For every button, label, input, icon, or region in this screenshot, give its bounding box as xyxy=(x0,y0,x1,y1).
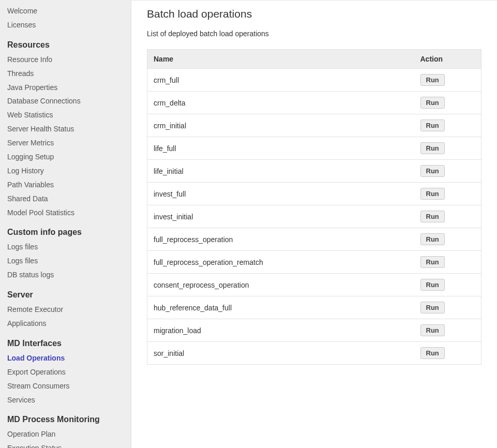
run-button[interactable]: Run xyxy=(420,233,445,245)
operation-action-cell: Run xyxy=(414,274,481,296)
sidebar-item[interactable]: Log History xyxy=(0,164,131,178)
operation-action-cell: Run xyxy=(414,160,481,183)
sidebar-heading: MD Interfaces xyxy=(0,331,131,351)
operation-name: sor_initial xyxy=(147,342,414,365)
sidebar-item[interactable]: Logging Setup xyxy=(0,150,131,164)
sidebar-heading: Resources xyxy=(0,32,131,53)
sidebar-item[interactable]: Shared Data xyxy=(0,192,131,206)
table-row: life_fullRun xyxy=(147,137,481,160)
operation-action-cell: Run xyxy=(414,205,481,228)
run-button[interactable]: Run xyxy=(420,165,445,177)
operation-name: invest_initial xyxy=(147,205,414,228)
column-header-name: Name xyxy=(147,50,414,69)
operation-action-cell: Run xyxy=(414,137,481,160)
operation-action-cell: Run xyxy=(414,92,481,114)
sidebar-item[interactable]: Java Properties xyxy=(0,81,131,95)
operation-name: full_reprocess_operation_rematch xyxy=(147,251,414,274)
operation-name: hub_reference_data_full xyxy=(147,296,414,319)
operation-name: migration_load xyxy=(147,319,414,342)
table-row: invest_initialRun xyxy=(147,205,481,228)
sidebar-item[interactable]: DB status logs xyxy=(0,268,131,282)
sidebar-heading: MD Process Monitoring xyxy=(0,407,131,427)
sidebar-item[interactable]: Web Statistics xyxy=(0,108,131,122)
sidebar-item[interactable]: Remote Executor xyxy=(0,303,131,317)
run-button[interactable]: Run xyxy=(420,211,445,222)
run-button[interactable]: Run xyxy=(420,279,445,291)
sidebar: WelcomeLicensesResourcesResource InfoThr… xyxy=(0,0,131,448)
table-row: crm_initialRun xyxy=(147,114,481,137)
sidebar-item[interactable]: Logs files xyxy=(0,240,131,254)
table-row: invest_fullRun xyxy=(147,183,481,205)
sidebar-item[interactable]: Stream Consumers xyxy=(0,379,131,393)
table-row: consent_reprocess_operationRun xyxy=(147,274,481,296)
page-subtitle: List of deployed batch load operations xyxy=(147,29,481,38)
operation-action-cell: Run xyxy=(414,114,481,137)
table-row: hub_reference_data_fullRun xyxy=(147,296,481,319)
run-button[interactable]: Run xyxy=(420,302,445,313)
operation-action-cell: Run xyxy=(414,251,481,274)
sidebar-heading: Custom info pages xyxy=(0,219,131,240)
sidebar-item[interactable]: Database Connections xyxy=(0,94,131,108)
run-button[interactable]: Run xyxy=(420,256,445,268)
operation-action-cell: Run xyxy=(414,296,481,319)
sidebar-item[interactable]: Load Operations xyxy=(0,351,131,365)
sidebar-item[interactable]: Threads xyxy=(0,67,131,81)
run-button[interactable]: Run xyxy=(420,188,445,200)
table-row: full_reprocess_operationRun xyxy=(147,228,481,251)
sidebar-item[interactable]: Model Pool Statistics xyxy=(0,206,131,220)
sidebar-item[interactable]: Logs files xyxy=(0,254,131,268)
sidebar-item[interactable]: Path Variables xyxy=(0,178,131,192)
operation-action-cell: Run xyxy=(414,228,481,251)
run-button[interactable]: Run xyxy=(420,324,445,336)
sidebar-item[interactable]: Server Metrics xyxy=(0,136,131,150)
run-button[interactable]: Run xyxy=(420,97,445,109)
operation-action-cell: Run xyxy=(414,183,481,205)
sidebar-heading: Server xyxy=(0,282,131,303)
table-row: crm_fullRun xyxy=(147,69,481,92)
operation-name: crm_initial xyxy=(147,114,414,137)
operation-name: crm_full xyxy=(147,69,414,92)
operation-name: life_full xyxy=(147,137,414,160)
page-title: Batch load operations xyxy=(147,8,481,20)
operation-action-cell: Run xyxy=(414,319,481,342)
run-button[interactable]: Run xyxy=(420,120,445,131)
sidebar-item[interactable]: Welcome xyxy=(0,4,131,18)
table-row: life_initialRun xyxy=(147,160,481,183)
sidebar-item[interactable]: Applications xyxy=(0,317,131,331)
sidebar-item[interactable]: Server Health Status xyxy=(0,122,131,136)
sidebar-item[interactable]: Operation Plan xyxy=(0,427,131,441)
column-header-action: Action xyxy=(414,50,481,69)
table-row: sor_initialRun xyxy=(147,342,481,365)
table-row: full_reprocess_operation_rematchRun xyxy=(147,251,481,274)
sidebar-item[interactable]: Export Operations xyxy=(0,365,131,379)
operation-name: full_reprocess_operation xyxy=(147,228,414,251)
operations-table: Name Action crm_fullRuncrm_deltaRuncrm_i… xyxy=(147,49,481,365)
sidebar-item[interactable]: Services xyxy=(0,393,131,407)
operation-name: consent_reprocess_operation xyxy=(147,274,414,296)
sidebar-item[interactable]: Execution Status xyxy=(0,441,131,448)
sidebar-item[interactable]: Licenses xyxy=(0,18,131,32)
sidebar-item[interactable]: Resource Info xyxy=(0,53,131,67)
table-row: crm_deltaRun xyxy=(147,92,481,114)
run-button[interactable]: Run xyxy=(420,142,445,154)
run-button[interactable]: Run xyxy=(420,347,445,359)
operation-action-cell: Run xyxy=(414,342,481,365)
operation-name: life_initial xyxy=(147,160,414,183)
operation-name: invest_full xyxy=(147,183,414,205)
operation-action-cell: Run xyxy=(414,69,481,92)
run-button[interactable]: Run xyxy=(420,74,445,86)
operation-name: crm_delta xyxy=(147,92,414,114)
table-row: migration_loadRun xyxy=(147,319,481,342)
main-content: Batch load operations List of deployed b… xyxy=(131,0,497,448)
